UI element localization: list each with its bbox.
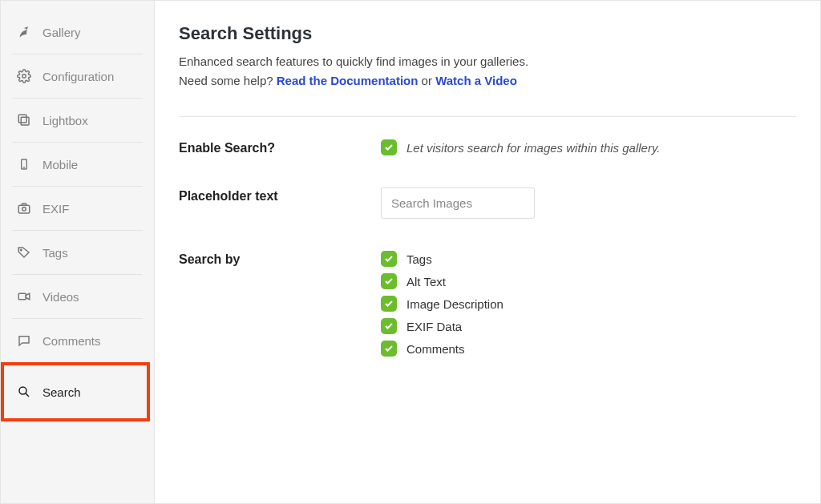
leaf-icon (15, 25, 33, 39)
svg-line-11 (26, 393, 29, 397)
searchby-option-label: Tags (406, 252, 432, 266)
searchby-row: Search by Tags Alt Text Image Descriptio… (179, 251, 796, 357)
sidebar-item-label: Tags (42, 246, 68, 260)
enable-search-row: Enable Search? Let visitors search for i… (179, 139, 796, 155)
subtitle-text: Enhanced search features to quickly find… (179, 54, 528, 68)
video-icon (15, 289, 33, 304)
page-title: Search Settings (179, 23, 796, 44)
sidebar-item-label: Comments (42, 334, 101, 348)
searchby-options: Tags Alt Text Image Description EXIF Dat… (381, 251, 796, 357)
layers-icon (15, 113, 33, 127)
svg-marker-9 (26, 293, 30, 300)
svg-point-10 (19, 387, 26, 394)
svg-rect-1 (21, 117, 29, 125)
searchby-option: Image Description (381, 296, 504, 312)
searchby-checkbox-comments[interactable] (381, 341, 397, 357)
sidebar-item-label: Lightbox (42, 114, 88, 127)
searchby-option-label: Alt Text (406, 275, 446, 288)
sidebar-item-label: Search (42, 385, 81, 399)
searchby-option: EXIF Data (381, 318, 462, 334)
sidebar-item-label: Configuration (42, 70, 114, 83)
searchby-checkbox-tags[interactable] (381, 251, 397, 267)
sidebar-item-gallery[interactable]: Gallery (12, 10, 143, 54)
sidebar-item-label: Mobile (42, 158, 78, 171)
searchby-option-label: Comments (406, 342, 465, 356)
check-icon (384, 321, 394, 331)
main-content: Search Settings Enhanced search features… (155, 1, 820, 503)
mobile-icon (15, 157, 33, 171)
searchby-option-label: EXIF Data (406, 320, 462, 333)
svg-point-6 (22, 208, 26, 212)
sidebar-item-comments[interactable]: Comments (12, 319, 143, 362)
svg-rect-2 (18, 115, 26, 123)
check-icon (384, 143, 394, 152)
sidebar-item-exif[interactable]: EXIF (12, 187, 143, 231)
sidebar-item-search[interactable]: Search (12, 365, 139, 418)
page-subtitle: Enhanced search features to quickly find… (179, 52, 796, 91)
camera-icon (15, 201, 33, 216)
sidebar-item-tags[interactable]: Tags (12, 231, 143, 275)
sidebar-item-label: Videos (42, 290, 79, 304)
sidebar-highlight: Search (1, 362, 150, 421)
sidebar-item-configuration[interactable]: Configuration (12, 54, 143, 99)
check-icon (384, 276, 394, 286)
check-icon (384, 299, 394, 308)
searchby-option-label: Image Description (406, 297, 504, 311)
check-icon (384, 344, 394, 353)
searchby-checkbox-alttext[interactable] (381, 273, 397, 289)
enable-search-hint: Let visitors search for images within th… (406, 141, 661, 155)
search-icon (15, 385, 33, 399)
svg-point-0 (22, 75, 26, 79)
searchby-option: Comments (381, 341, 465, 357)
doc-link[interactable]: Read the Documentation (277, 74, 419, 87)
enable-search-label: Enable Search? (179, 139, 381, 155)
gear-icon (15, 69, 33, 83)
comment-icon (15, 333, 33, 348)
sidebar-item-lightbox[interactable]: Lightbox (12, 99, 143, 143)
searchby-label: Search by (179, 251, 381, 267)
placeholder-input[interactable] (381, 187, 535, 219)
sidebar: Gallery Configuration Lightbox Mobile (1, 1, 155, 503)
svg-point-7 (21, 249, 22, 251)
sidebar-item-mobile[interactable]: Mobile (12, 143, 143, 187)
placeholder-row: Placeholder text (179, 187, 796, 219)
svg-rect-8 (18, 293, 26, 300)
searchby-checkbox-description[interactable] (381, 296, 397, 312)
or-text: or (418, 74, 435, 87)
check-icon (384, 254, 394, 264)
searchby-option: Alt Text (381, 273, 446, 289)
enable-search-checkbox[interactable] (381, 139, 397, 155)
searchby-option: Tags (381, 251, 432, 267)
tag-icon (15, 245, 33, 260)
section-divider (179, 116, 796, 117)
sidebar-item-label: EXIF (42, 202, 69, 216)
searchby-checkbox-exif[interactable] (381, 318, 397, 334)
sidebar-item-label: Gallery (42, 26, 81, 39)
sidebar-item-videos[interactable]: Videos (12, 275, 143, 319)
svg-rect-5 (18, 205, 30, 213)
help-prefix: Need some help? (179, 74, 277, 87)
placeholder-label: Placeholder text (179, 187, 381, 204)
video-link[interactable]: Watch a Video (435, 74, 517, 87)
